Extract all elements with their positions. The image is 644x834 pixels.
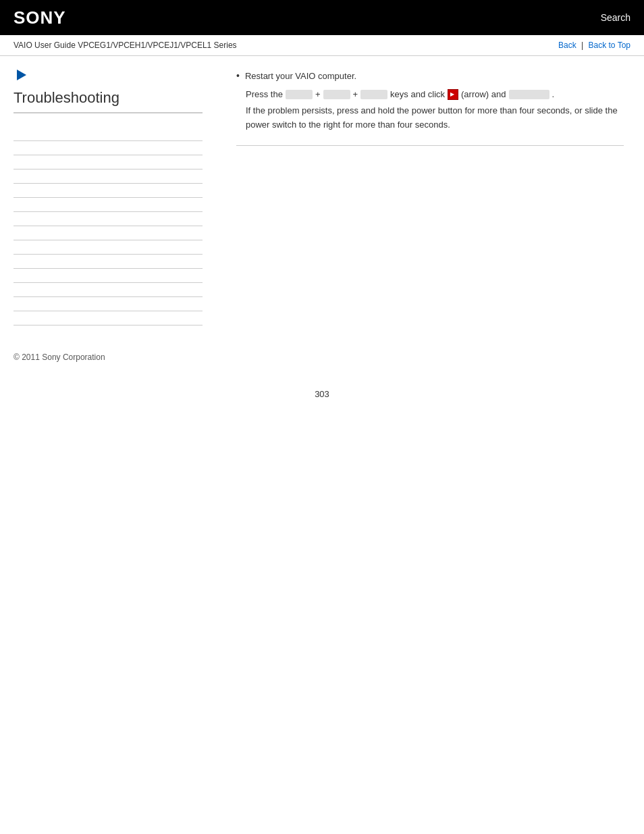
key-placeholder-1 [286, 90, 313, 99]
list-item [14, 212, 203, 240]
search-button[interactable]: Search [601, 12, 630, 23]
list-item [14, 269, 203, 297]
content-area: • Restart your VAIO computer. Press the … [216, 56, 644, 339]
press-the-line: Press the + + keys and click (arrow) and… [246, 89, 624, 100]
footer: © 2011 Sony Corporation [0, 339, 644, 375]
breadcrumb-bar: VAIO User Guide VPCEG1/VPCEH1/VPCEJ1/VPC… [0, 35, 644, 56]
sidebar-link-placeholder [14, 197, 203, 198]
sony-logo: SONY [14, 7, 66, 28]
press-prefix: Press the [246, 89, 283, 99]
content-bullet: • Restart your VAIO computer. [236, 70, 624, 84]
end-placeholder [509, 90, 549, 99]
sidebar-links [14, 127, 203, 325]
sidebar-link-placeholder [14, 169, 203, 170]
list-item [14, 240, 203, 269]
copyright-text: © 2011 Sony Corporation [14, 353, 105, 362]
sidebar-link-placeholder [14, 254, 203, 255]
bullet-dot: • [236, 70, 240, 81]
sidebar-section-title: Troubleshooting [14, 89, 203, 113]
period: . [552, 89, 555, 99]
sidebar: Troubleshooting [0, 56, 216, 339]
breadcrumb-nav: Back | Back to Top [558, 41, 630, 50]
content-divider [236, 145, 624, 146]
list-item [14, 127, 203, 155]
sidebar-link-placeholder [14, 311, 203, 311]
persist-text: If the problem persists, press and hold … [246, 104, 624, 132]
key-placeholder-2 [323, 90, 350, 99]
separator: | [581, 41, 583, 50]
arrow-icon [448, 89, 458, 100]
plus-1: + [315, 89, 321, 99]
plus-2: + [353, 89, 358, 99]
key-placeholder-3 [360, 90, 387, 99]
chevron-right-icon [17, 70, 26, 80]
back-to-top-link[interactable]: Back to Top [589, 41, 630, 50]
sidebar-link-placeholder [14, 226, 203, 226]
keys-suffix: keys and click [390, 89, 445, 99]
page-number: 303 [0, 375, 644, 406]
sidebar-link-placeholder [14, 140, 203, 141]
list-item [14, 184, 203, 212]
bullet-text: Restart your VAIO computer. [245, 70, 356, 84]
sidebar-link-placeholder [14, 282, 203, 283]
header: SONY Search [0, 0, 644, 35]
content-section: • Restart your VAIO computer. Press the … [236, 70, 624, 132]
back-link[interactable]: Back [558, 41, 576, 50]
breadcrumb-title: VAIO User Guide VPCEG1/VPCEH1/VPCEJ1/VPC… [14, 41, 237, 50]
list-item [14, 297, 203, 325]
list-item [14, 155, 203, 184]
main-content: Troubleshooting [0, 56, 644, 339]
arrow-label: (arrow) and [461, 89, 506, 99]
